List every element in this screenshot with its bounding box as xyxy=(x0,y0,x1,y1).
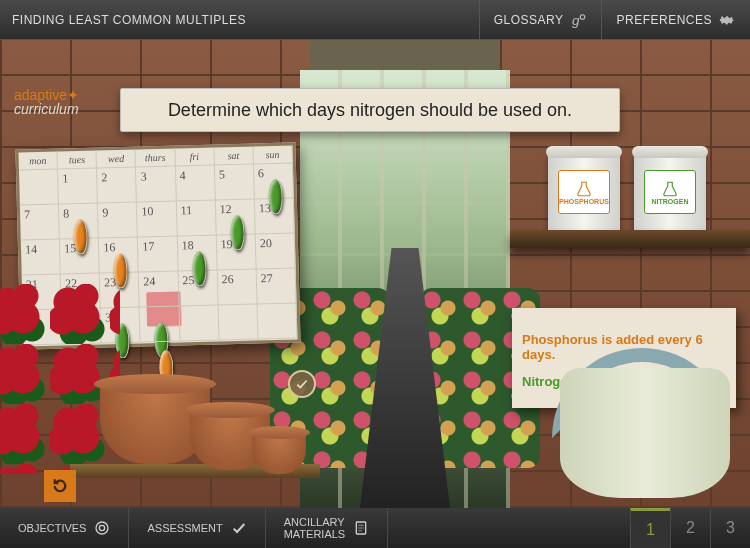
calendar-day-header: fri xyxy=(175,147,215,166)
scene: adaptive✦ curriculum Determine which day… xyxy=(0,40,750,508)
check-icon xyxy=(295,377,309,391)
document-icon xyxy=(353,520,369,536)
page-title: FINDING LEAST COMMON MULTIPLES xyxy=(0,13,246,27)
calendar-cell[interactable]: 11 xyxy=(176,200,216,236)
calendar-cell[interactable]: 9 xyxy=(98,203,138,239)
calendar-cell xyxy=(179,305,219,341)
calendar-cell[interactable]: 7 xyxy=(20,205,60,241)
target-icon xyxy=(94,520,110,536)
ancillary-button[interactable]: ANCILLARY MATERIALS xyxy=(266,508,389,548)
flask-icon xyxy=(575,180,593,198)
reset-button[interactable] xyxy=(44,470,76,502)
calendar-day-header: sat xyxy=(214,146,254,165)
calendar-cell xyxy=(257,303,297,339)
calendar-cell xyxy=(19,170,59,206)
calendar-day-header: mon xyxy=(19,152,59,171)
assessment-label: ASSESSMENT xyxy=(147,522,222,534)
glossary-label: GLOSSARY xyxy=(494,13,564,27)
calendar-cell[interactable]: 13 xyxy=(255,198,295,234)
calendar-cell[interactable]: 17 xyxy=(138,236,178,272)
calendar-cell[interactable]: 12 xyxy=(216,199,256,235)
nitrogen-label-text: NITROGEN xyxy=(652,198,689,205)
calendar-cell[interactable]: 10 xyxy=(137,202,177,238)
assessment-button[interactable]: ASSESSMENT xyxy=(129,508,265,548)
page-3[interactable]: 3 xyxy=(710,508,750,548)
calendar-cell[interactable]: 2 xyxy=(97,168,137,204)
calendar-cell[interactable]: 4 xyxy=(175,165,215,201)
svg-point-1 xyxy=(581,14,586,19)
calendar-cell[interactable]: 16 xyxy=(99,238,139,274)
calendar-cell[interactable]: 5 xyxy=(215,164,255,200)
instruction-text: Determine which days nitrogen should be … xyxy=(168,100,572,121)
glossary-icon: g xyxy=(569,11,587,29)
watering-can xyxy=(560,368,730,498)
calendar-cell[interactable]: 20 xyxy=(256,233,296,269)
brand-logo: adaptive✦ curriculum xyxy=(14,88,79,116)
calendar-day-header: sun xyxy=(253,145,293,164)
objectives-button[interactable]: OBJECTIVES xyxy=(0,508,129,548)
calendar-cell[interactable]: 18 xyxy=(177,235,217,271)
top-right-group: GLOSSARY g PREFERENCES xyxy=(479,0,750,39)
spacer xyxy=(388,508,630,548)
calendar-cell[interactable]: 14 xyxy=(21,240,61,276)
calendar-cell xyxy=(218,304,258,340)
phosphorus-container[interactable]: PHOSPHORUS xyxy=(548,152,620,240)
top-bar: FINDING LEAST COMMON MULTIPLES GLOSSARY … xyxy=(0,0,750,40)
svg-text:g: g xyxy=(572,12,580,27)
bottom-bar: OBJECTIVES ASSESSMENT ANCILLARY MATERIAL… xyxy=(0,508,750,548)
calendar-cell[interactable]: 19 xyxy=(216,234,256,270)
calendar-cell[interactable]: 6 xyxy=(254,163,294,199)
check-button[interactable] xyxy=(288,370,316,398)
phosphorus-label-text: PHOSPHORUS xyxy=(559,198,609,205)
reset-icon xyxy=(51,477,69,495)
greenhouse xyxy=(300,70,510,508)
calendar-cell[interactable]: 15 xyxy=(60,239,100,275)
calendar-cell[interactable]: 25 xyxy=(178,270,218,306)
shelf xyxy=(510,230,750,248)
page-2[interactable]: 2 xyxy=(670,508,710,548)
gear-icon xyxy=(718,11,736,29)
nitrogen-label: NITROGEN xyxy=(644,170,696,214)
calendar-cell[interactable]: 1 xyxy=(58,169,98,205)
svg-point-2 xyxy=(96,522,108,534)
preferences-label: PREFERENCES xyxy=(616,13,712,27)
ancillary-label: ANCILLARY MATERIALS xyxy=(284,516,346,540)
calendar-cell[interactable]: 26 xyxy=(217,269,257,305)
preferences-button[interactable]: PREFERENCES xyxy=(601,0,750,39)
calendar-cell[interactable]: 3 xyxy=(136,167,176,203)
calendar-cell[interactable]: 8 xyxy=(59,204,99,240)
calendar-cell[interactable]: 24 xyxy=(139,271,179,307)
page-nav: 123 xyxy=(630,508,750,548)
calendar-day-header: wed xyxy=(97,150,137,169)
phosphorus-label: PHOSPHORUS xyxy=(558,170,610,214)
page-1[interactable]: 1 xyxy=(630,508,670,548)
instruction-banner: Determine which days nitrogen should be … xyxy=(120,88,620,132)
glossary-button[interactable]: GLOSSARY g xyxy=(479,0,602,39)
svg-point-3 xyxy=(100,525,105,530)
check-icon xyxy=(231,520,247,536)
calendar-day-header: tues xyxy=(58,151,98,170)
flask-icon xyxy=(661,180,679,198)
calendar-day-header: thurs xyxy=(136,149,176,168)
calendar-cell[interactable]: 27 xyxy=(256,268,296,304)
logo-line2: curriculum xyxy=(14,101,79,117)
objectives-label: OBJECTIVES xyxy=(18,522,86,534)
nitrogen-container[interactable]: NITROGEN xyxy=(634,152,706,240)
calendar-cell xyxy=(140,306,180,342)
